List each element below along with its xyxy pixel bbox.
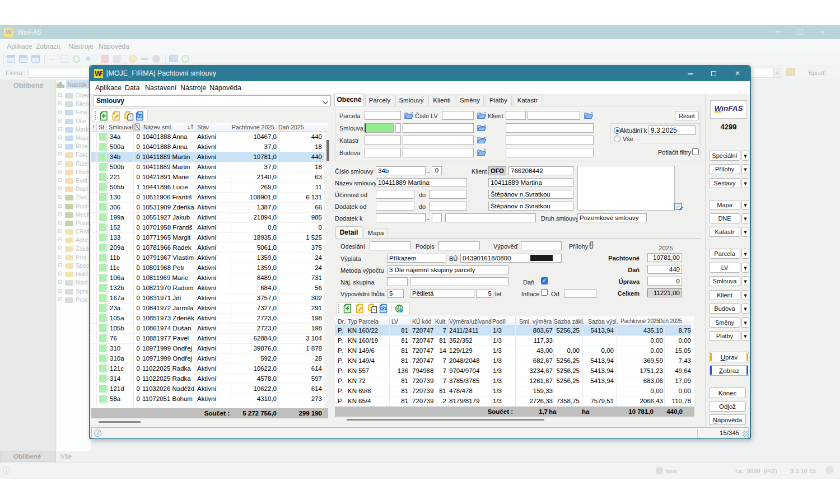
svg-text:1: 1: [188, 125, 190, 129]
